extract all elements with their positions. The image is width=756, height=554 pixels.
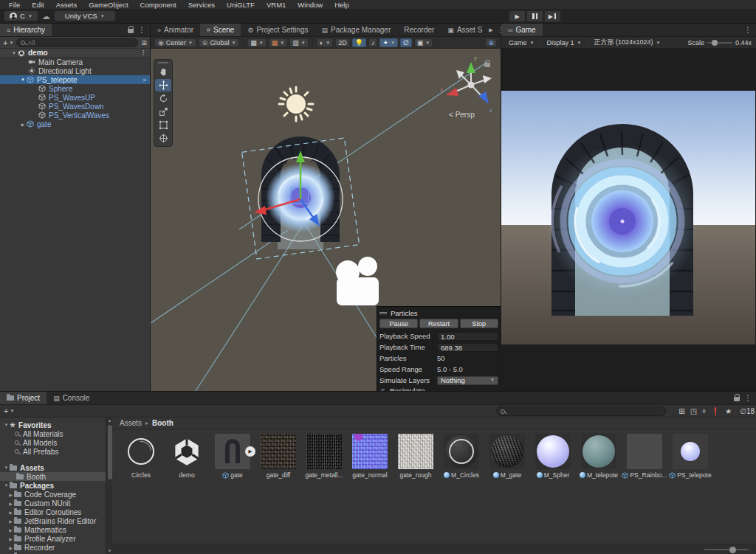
aspect-dropdown[interactable]: 正方形 (1024x1024)▼: [591, 38, 663, 47]
tab-game[interactable]: ∞ Game: [501, 24, 543, 36]
hierarchy-item-ps-telepote[interactable]: ▼ PS_telepote >: [0, 75, 150, 84]
pivot-dropdown[interactable]: ◉Center▼: [154, 38, 196, 47]
search-by-type-icon[interactable]: ◳: [690, 407, 697, 415]
create-asset-button[interactable]: +▼: [4, 406, 14, 415]
asset-tile-gate-metallic[interactable]: gate_metall...: [306, 434, 342, 479]
playback-speed-field[interactable]: 1.00: [437, 332, 498, 341]
snap-settings-icon[interactable]: ▥▼: [289, 38, 308, 47]
unity-vcs-dropdown[interactable]: Unity VCS ▼: [54, 10, 116, 21]
menu-vrm1[interactable]: VRM1: [261, 1, 292, 9]
hierarchy-item-ps-wavesup[interactable]: PS_WavesUP: [0, 93, 150, 102]
hierarchy-item-directional-light[interactable]: Directional Light: [0, 66, 150, 75]
tab-recorder[interactable]: Recorder: [397, 24, 441, 36]
simulate-layers-dropdown[interactable]: Nothing▼: [437, 376, 498, 385]
hierarchy-item-ps-verticalwaves[interactable]: PS_VerticalWaves: [0, 111, 150, 120]
asset-tile-gate-diff[interactable]: gate_diff: [261, 434, 296, 479]
pause-button[interactable]: [526, 10, 543, 22]
foldout-arrow[interactable]: ▼: [10, 51, 18, 55]
favorite-all-models[interactable]: All Models: [0, 438, 106, 447]
asset-tile-ps-telepote[interactable]: PS_telepote: [673, 434, 708, 479]
menu-file[interactable]: File: [3, 1, 26, 9]
lock-icon[interactable]: [128, 29, 134, 33]
2d-toggle[interactable]: 2D: [335, 38, 350, 47]
unimported-assets-icon[interactable]: ❗: [711, 407, 720, 415]
hierarchy-item-gate[interactable]: ▶ gate: [0, 120, 150, 128]
playback-time-field[interactable]: 689.38: [437, 343, 498, 352]
tab-hierarchy[interactable]: ≡ Hierarchy: [0, 24, 52, 36]
resimulate-checkbox[interactable]: ✓: [379, 387, 386, 391]
tab-project[interactable]: Project: [0, 392, 47, 404]
asset-tile-circles[interactable]: Circles: [123, 434, 159, 479]
menu-services[interactable]: Services: [182, 1, 221, 9]
transform-tool-button[interactable]: [155, 132, 171, 145]
lighting-toggle-icon[interactable]: 💡: [352, 38, 366, 47]
package-jetbrains-rider[interactable]: ▶JetBrains Rider Editor: [0, 516, 106, 525]
rect-tool-button[interactable]: [155, 119, 171, 131]
stop-particles-button[interactable]: Stop: [460, 319, 498, 328]
hierarchy-item-main-camera[interactable]: Main Camera: [0, 58, 150, 66]
package-code-coverage[interactable]: ▶Code Coverage: [0, 490, 106, 499]
asset-tile-m-gate[interactable]: M_gate: [489, 434, 525, 479]
favorites-header[interactable]: ▼★Favorites: [0, 420, 106, 429]
open-in-search-icon[interactable]: ⊞: [678, 407, 684, 415]
foldout-arrow[interactable]: ▼: [19, 77, 27, 82]
breadcrumb-booth[interactable]: Booth: [152, 419, 173, 427]
pause-particles-button[interactable]: Pause: [379, 319, 418, 328]
thumbnail-zoom-slider[interactable]: [704, 549, 749, 550]
package-editor-coroutines[interactable]: ▶Editor Coroutines: [0, 508, 106, 516]
menu-gameobject[interactable]: GameObject: [83, 1, 134, 9]
step-button[interactable]: ▶: [544, 10, 561, 22]
scene-viewport[interactable]: y x z < Persp Particl: [151, 49, 501, 391]
view-mode-dropdown[interactable]: Game▼: [506, 38, 537, 47]
project-search-input[interactable]: [496, 406, 666, 416]
lock-icon[interactable]: [734, 397, 740, 401]
hidden-packages-toggle[interactable]: ∅18: [740, 407, 755, 415]
breadcrumb-assets[interactable]: Assets: [120, 419, 142, 427]
tab-animator[interactable]: »Animator: [151, 24, 200, 36]
tab-package-manager[interactable]: ▤Package Manager: [315, 24, 398, 36]
tab-project-settings[interactable]: ⚙Project Settings: [241, 24, 315, 36]
hierarchy-item-ps-wavesdown[interactable]: PS_WavesDown: [0, 102, 150, 111]
move-tool-button[interactable]: [155, 79, 171, 91]
assets-folder[interactable]: ▼Assets: [0, 463, 106, 472]
draw-mode-icon[interactable]: ◐▼: [317, 38, 333, 47]
kebab-menu-icon[interactable]: ⋮: [138, 26, 145, 34]
grid-snap-icon[interactable]: ▦▼: [247, 38, 266, 47]
tab-scene[interactable]: #Scene: [200, 24, 241, 36]
scene-row-demo[interactable]: ▼ demo ⋮: [0, 49, 150, 58]
scene-kebab-icon[interactable]: ⋮: [140, 49, 146, 56]
foldout-arrow[interactable]: ▶: [19, 122, 27, 127]
play-button[interactable]: ▶: [509, 10, 526, 22]
search-window-icon[interactable]: ⊞: [141, 39, 147, 46]
rotate-tool-button[interactable]: [155, 92, 171, 105]
search-by-label-icon[interactable]: ⬨: [702, 406, 706, 415]
tree-scrollbar[interactable]: ▲ ▼: [106, 418, 112, 554]
kebab-menu-icon[interactable]: ⋮: [744, 26, 752, 34]
package-profile-analyzer[interactable]: ▶Profile Analyzer: [0, 534, 106, 543]
kebab-menu-icon[interactable]: ⋮: [744, 394, 752, 402]
menu-help[interactable]: Help: [329, 1, 355, 9]
favorite-all-prefabs[interactable]: All Prefabs: [0, 447, 106, 456]
saved-search-star-icon[interactable]: ★: [725, 407, 732, 415]
orientation-dropdown[interactable]: ⊕Global▼: [199, 38, 240, 47]
asset-tile-demo[interactable]: demo: [169, 434, 205, 479]
game-viewport[interactable]: [501, 49, 756, 391]
package-recorder[interactable]: ▶Recorder: [0, 543, 106, 552]
increment-snap-icon[interactable]: ▦▼: [269, 38, 287, 47]
favorite-all-materials[interactable]: All Materials: [0, 429, 106, 438]
asset-tile-m-spher[interactable]: M_Spher: [535, 434, 571, 479]
camera-settings-icon[interactable]: ▣▼: [414, 38, 433, 47]
hierarchy-item-sphere[interactable]: Sphere: [0, 84, 150, 93]
persp-toggle[interactable]: < Persp: [449, 111, 475, 119]
hierarchy-search-input[interactable]: [16, 38, 138, 47]
package-custom-nunit[interactable]: ▶Custom NUnit: [0, 499, 106, 508]
asset-tile-m-circles[interactable]: M_Circles: [444, 434, 479, 479]
booth-folder[interactable]: Booth: [0, 472, 106, 481]
drag-handle[interactable]: [158, 62, 168, 63]
asset-tile-ps-rainbow[interactable]: PS_Rainbo...: [627, 434, 662, 479]
scale-slider[interactable]: [707, 42, 732, 44]
effects-toggle-icon[interactable]: ✦▼: [379, 38, 398, 47]
prefab-open-arrow[interactable]: >: [142, 77, 146, 83]
lock-icon[interactable]: [484, 63, 490, 67]
view-tool-button[interactable]: [155, 66, 171, 78]
